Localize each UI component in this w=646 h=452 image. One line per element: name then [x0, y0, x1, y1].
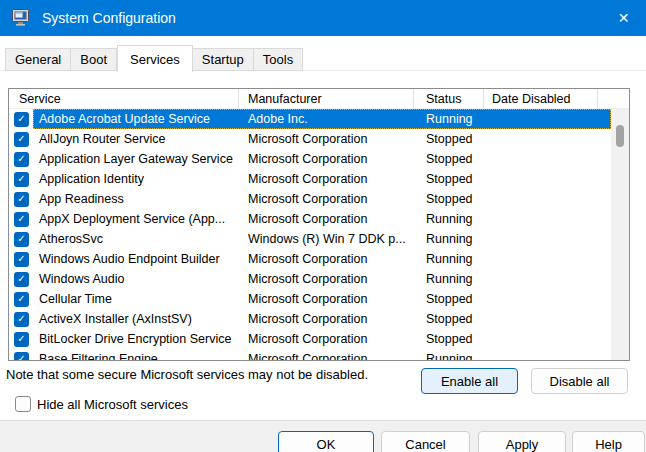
column-header-status[interactable]: Status [414, 89, 484, 108]
cell-service: Application Layer Gateway Service [33, 152, 239, 166]
enable-all-button[interactable]: Enable all [421, 368, 518, 394]
checkmark-icon: ✓ [17, 274, 25, 284]
hide-microsoft-services-label: Hide all Microsoft services [37, 397, 188, 412]
row-body[interactable]: Cellular TimeMicrosoft CorporationStoppe… [33, 289, 611, 309]
tab-startup[interactable]: Startup [193, 48, 254, 71]
service-checkbox[interactable]: ✓ [14, 152, 29, 167]
service-checkbox[interactable]: ✓ [14, 192, 29, 207]
row-body[interactable]: Windows Audio Endpoint BuilderMicrosoft … [33, 249, 611, 269]
row-body[interactable]: BitLocker Drive Encryption ServiceMicros… [33, 329, 611, 349]
checkmark-icon: ✓ [17, 194, 25, 204]
apply-button[interactable]: Apply [478, 431, 566, 452]
table-row[interactable]: ✓BitLocker Drive Encryption ServiceMicro… [9, 329, 629, 349]
service-checkbox[interactable]: ✓ [14, 332, 29, 347]
cell-status: Running [414, 232, 484, 246]
cell-status: Running [414, 252, 484, 266]
cell-service: Windows Audio Endpoint Builder [33, 252, 239, 266]
cell-status: Running [414, 212, 484, 226]
checkbox-cell: ✓ [9, 292, 33, 307]
row-body[interactable]: AllJoyn Router ServiceMicrosoft Corporat… [33, 129, 611, 149]
checkmark-icon: ✓ [17, 174, 25, 184]
cell-service: AtherosSvc [33, 232, 239, 246]
row-body[interactable]: Windows AudioMicrosoft CorporationRunnin… [33, 269, 611, 289]
cell-service: AllJoyn Router Service [33, 132, 239, 146]
checkmark-icon: ✓ [17, 294, 25, 304]
checkmark-icon: ✓ [17, 214, 25, 224]
table-row[interactable]: ✓ActiveX Installer (AxInstSV)Microsoft C… [9, 309, 629, 329]
column-header-date-disabled[interactable]: Date Disabled [484, 89, 598, 108]
service-checkbox[interactable]: ✓ [14, 312, 29, 327]
checkbox-cell: ✓ [9, 352, 33, 362]
selected-row-body[interactable]: Adobe Acrobat Update ServiceAdobe Inc.Ru… [33, 109, 611, 129]
table-row[interactable]: ✓AtherosSvcWindows (R) Win 7 DDK p...Run… [9, 229, 629, 249]
row-body[interactable]: Application Layer Gateway ServiceMicroso… [33, 149, 611, 169]
cell-status: Running [414, 112, 484, 126]
disable-all-button[interactable]: Disable all [531, 368, 628, 394]
row-body[interactable]: Base Filtering EngineMicrosoft Corporati… [33, 349, 611, 361]
close-icon[interactable]: ✕ [601, 0, 646, 36]
table-row[interactable]: ✓Base Filtering EngineMicrosoft Corporat… [9, 349, 629, 361]
service-checkbox[interactable]: ✓ [14, 172, 29, 187]
row-body[interactable]: AppX Deployment Service (App...Microsoft… [33, 209, 611, 229]
cell-service: Cellular Time [33, 292, 239, 306]
hide-microsoft-services-checkbox[interactable] [15, 396, 31, 412]
cell-manufacturer: Microsoft Corporation [239, 292, 414, 306]
cell-status: Stopped [414, 332, 484, 346]
cell-service: Adobe Acrobat Update Service [33, 112, 239, 126]
checkmark-icon: ✓ [17, 154, 25, 164]
tab-boot[interactable]: Boot [71, 48, 117, 71]
table-row[interactable]: ✓Cellular TimeMicrosoft CorporationStopp… [9, 289, 629, 309]
cell-manufacturer: Microsoft Corporation [239, 272, 414, 286]
cell-status: Stopped [414, 292, 484, 306]
service-checkbox[interactable]: ✓ [14, 212, 29, 227]
cell-service: Base Filtering Engine [33, 352, 239, 361]
checkbox-cell: ✓ [9, 312, 33, 327]
checkbox-cell: ✓ [9, 332, 33, 347]
cancel-button[interactable]: Cancel [381, 431, 470, 452]
checkbox-cell: ✓ [9, 252, 33, 267]
checkmark-icon: ✓ [17, 354, 25, 361]
tab-tools[interactable]: Tools [254, 48, 303, 71]
column-header-filler [598, 89, 629, 108]
checkmark-icon: ✓ [17, 254, 25, 264]
row-body[interactable]: ActiveX Installer (AxInstSV)Microsoft Co… [33, 309, 611, 329]
service-checkbox[interactable]: ✓ [14, 352, 29, 362]
tab-general[interactable]: General [5, 48, 71, 71]
checkbox-cell: ✓ [9, 172, 33, 187]
checkmark-icon: ✓ [17, 114, 25, 124]
vertical-scrollbar[interactable] [611, 109, 629, 360]
service-checkbox[interactable]: ✓ [14, 292, 29, 307]
cell-manufacturer: Microsoft Corporation [239, 352, 414, 361]
table-row[interactable]: ✓Application IdentityMicrosoft Corporati… [9, 169, 629, 189]
checkmark-icon: ✓ [17, 134, 25, 144]
ok-button[interactable]: OK [278, 431, 374, 452]
row-body[interactable]: AtherosSvcWindows (R) Win 7 DDK p...Runn… [33, 229, 611, 249]
table-row[interactable]: ✓Adobe Acrobat Update ServiceAdobe Inc.R… [9, 109, 629, 129]
service-checkbox[interactable]: ✓ [14, 272, 29, 287]
table-row[interactable]: ✓App ReadinessMicrosoft CorporationStopp… [9, 189, 629, 209]
table-row[interactable]: ✓AllJoyn Router ServiceMicrosoft Corpora… [9, 129, 629, 149]
table-row[interactable]: ✓Windows Audio Endpoint BuilderMicrosoft… [9, 249, 629, 269]
column-header-manufacturer[interactable]: Manufacturer [239, 89, 414, 108]
help-button[interactable]: Help [572, 431, 645, 452]
cell-manufacturer: Microsoft Corporation [239, 172, 414, 186]
row-body[interactable]: Application IdentityMicrosoft Corporatio… [33, 169, 611, 189]
service-checkbox[interactable]: ✓ [14, 252, 29, 267]
cell-status: Running [414, 272, 484, 286]
tab-services[interactable]: Services [117, 45, 193, 72]
column-header-service[interactable]: Service [9, 89, 239, 108]
table-row[interactable]: ✓Application Layer Gateway ServiceMicros… [9, 149, 629, 169]
cell-service: AppX Deployment Service (App... [33, 212, 239, 226]
service-checkbox[interactable]: ✓ [14, 132, 29, 147]
checkmark-icon: ✓ [17, 314, 25, 324]
service-checkbox[interactable]: ✓ [14, 232, 29, 247]
table-row[interactable]: ✓AppX Deployment Service (App...Microsof… [9, 209, 629, 229]
checkbox-cell: ✓ [9, 112, 33, 127]
scrollbar-thumb[interactable] [616, 125, 624, 147]
row-body[interactable]: App ReadinessMicrosoft CorporationStoppe… [33, 189, 611, 209]
service-checkbox[interactable]: ✓ [14, 112, 29, 127]
cell-service: BitLocker Drive Encryption Service [33, 332, 239, 346]
cell-status: Stopped [414, 132, 484, 146]
cell-manufacturer: Microsoft Corporation [239, 192, 414, 206]
table-row[interactable]: ✓Windows AudioMicrosoft CorporationRunni… [9, 269, 629, 289]
